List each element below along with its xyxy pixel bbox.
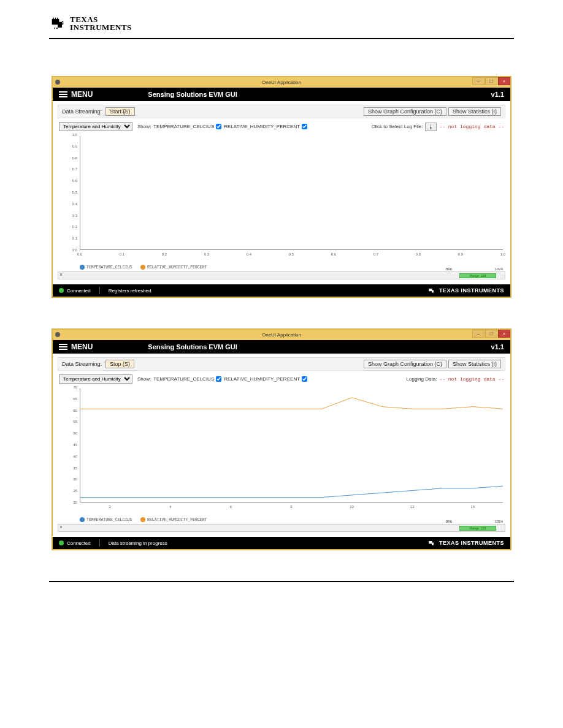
- statusbar: Connected Data streaming in progress TEX…: [53, 537, 510, 549]
- show-statistics-button[interactable]: Show Statistics (I): [448, 107, 501, 116]
- logging-data-label: Logging Data:: [407, 376, 437, 382]
- series2-label: RELATIVE_HUMIDITY_PERCENT: [224, 124, 300, 129]
- range-bar[interactable]: 0 896 1024 Range: 128: [58, 271, 505, 279]
- legend-dot-humidity-icon: [140, 265, 145, 270]
- log-file-label: Click to Select Log File:: [372, 124, 423, 129]
- app-title: Sensing Solutions EVM GUI: [148, 91, 237, 98]
- range-bar[interactable]: 0 896 1024 Range: 128: [58, 524, 505, 532]
- legend-dot-temperature-icon: [80, 265, 85, 270]
- series1-label: TEMPERATURE_CELCIUS: [153, 376, 214, 382]
- app-title: Sensing Solutions EVM GUI: [148, 343, 237, 351]
- legend1-text: TEMPERATURE_CELCIUS: [86, 265, 132, 270]
- status-message: Registers refreshed.: [109, 288, 153, 294]
- range-num-1024: 1024: [495, 520, 503, 523]
- series1-checkbox[interactable]: [216, 124, 221, 129]
- close-button[interactable]: ×: [498, 77, 510, 85]
- titlebar-app-icon: [55, 80, 60, 85]
- page-header-logo: TEXAS INSTRUMENTS: [49, 15, 514, 32]
- graph-type-select[interactable]: Temperature and Humidity: [59, 122, 132, 131]
- toolbar-row: Data Streaming: Start (S) ☟ Show Graph C…: [58, 105, 505, 118]
- chart-legend: TEMPERATURE_CELCIUS RELATIVE_HUMIDITY_PE…: [58, 265, 505, 270]
- footer-logo: TEXAS INSTRUMENTS: [427, 286, 504, 295]
- legend-dot-temperature-icon: [80, 517, 85, 522]
- menu-label[interactable]: MENU: [71, 90, 93, 99]
- data-streaming-label: Data Streaming:: [62, 108, 102, 115]
- titlebar-text: OneUI Application: [262, 332, 301, 338]
- select-log-file-button[interactable]: ⭳: [425, 123, 437, 131]
- brand-bottom: INSTRUMENTS: [70, 23, 132, 31]
- ti-chip-icon: [49, 15, 66, 32]
- data-streaming-label: Data Streaming:: [62, 361, 102, 367]
- connected-indicator-icon: [59, 540, 64, 545]
- upload-icon: ⭳: [428, 124, 434, 130]
- cursor-hand-icon: ☟: [121, 108, 126, 116]
- menu-label[interactable]: MENU: [71, 343, 93, 351]
- minimize-button[interactable]: –: [472, 77, 484, 85]
- maximize-button[interactable]: □: [485, 77, 497, 85]
- series2-checkbox[interactable]: [302, 124, 307, 129]
- range-handle[interactable]: Range: 128: [459, 526, 496, 531]
- series1-checkbox[interactable]: [216, 376, 221, 382]
- app-window-2: OneUI Application – □ × MENU Sensing Sol…: [52, 328, 511, 550]
- not-logging-text: -- not logging data --: [439, 124, 504, 129]
- range-handle[interactable]: Range: 128: [459, 273, 496, 278]
- header-rule: [49, 38, 514, 39]
- ti-chip-icon: [427, 539, 436, 547]
- toolbar-row: Data Streaming: Stop (S) Show Graph Conf…: [58, 357, 505, 371]
- app-window-1: OneUI Application – □ × MENU Sensing Sol…: [52, 76, 511, 298]
- chart-1: 0.00.10.20.30.40.50.60.70.80.91.0 0.00.1…: [58, 135, 505, 264]
- legend2-text: RELATIVE_HUMIDITY_PERCENT: [147, 265, 207, 270]
- version-label: v1.1: [491, 343, 504, 351]
- chart-2: 2025303540455055606570 2468101214: [58, 387, 505, 516]
- range-num-896: 896: [446, 267, 452, 271]
- range-num-1024: 1024: [495, 267, 503, 271]
- options-row: Temperature and Humidity Show: TEMPERATU…: [58, 371, 505, 385]
- titlebar-text: OneUI Application: [262, 80, 301, 85]
- range-num-896: 896: [446, 520, 452, 523]
- series2-label: RELATIVE_HUMIDITY_PERCENT: [224, 376, 300, 382]
- footer-logo: TEXAS INSTRUMENTS: [427, 539, 504, 547]
- status-connected: Connected: [67, 540, 91, 546]
- series2-checkbox[interactable]: [302, 376, 307, 382]
- status-message: Data streaming in progress: [109, 540, 167, 546]
- titlebar[interactable]: OneUI Application – □ ×: [53, 330, 510, 340]
- footer-rule: [49, 581, 514, 582]
- show-label: Show:: [137, 376, 151, 382]
- legend1-text: TEMPERATURE_CELCIUS: [86, 518, 132, 522]
- menubar: MENU Sensing Solutions EVM GUI v1.1: [53, 88, 510, 101]
- legend2-text: RELATIVE_HUMIDITY_PERCENT: [147, 518, 207, 522]
- hamburger-icon[interactable]: [59, 344, 67, 350]
- show-graph-config-button[interactable]: Show Graph Configuration (C): [364, 107, 446, 116]
- minimize-button[interactable]: –: [472, 330, 484, 338]
- range-left: 0: [60, 273, 62, 276]
- range-left: 0: [60, 525, 62, 529]
- not-logging-text: -- not logging data --: [439, 376, 504, 382]
- status-connected: Connected: [67, 288, 91, 294]
- stream-start-button[interactable]: Start (S): [105, 107, 135, 116]
- chart-legend: TEMPERATURE_CELCIUS RELATIVE_HUMIDITY_PE…: [58, 517, 505, 522]
- statusbar: Connected Registers refreshed. TEXAS INS…: [53, 284, 510, 297]
- stream-stop-button[interactable]: Stop (S): [105, 360, 134, 368]
- show-label: Show:: [137, 124, 151, 129]
- options-row: Temperature and Humidity Show: TEMPERATU…: [58, 118, 505, 132]
- legend-dot-humidity-icon: [140, 517, 145, 522]
- menubar: MENU Sensing Solutions EVM GUI v1.1: [53, 340, 510, 354]
- show-graph-config-button[interactable]: Show Graph Configuration (C): [364, 360, 446, 368]
- series1-label: TEMPERATURE_CELCIUS: [153, 124, 214, 129]
- titlebar[interactable]: OneUI Application – □ ×: [53, 77, 510, 88]
- ti-chip-icon: [427, 286, 436, 295]
- show-statistics-button[interactable]: Show Statistics (I): [448, 360, 501, 368]
- maximize-button[interactable]: □: [485, 330, 497, 338]
- graph-type-select[interactable]: Temperature and Humidity: [59, 374, 132, 384]
- version-label: v1.1: [491, 91, 504, 98]
- connected-indicator-icon: [59, 288, 64, 293]
- titlebar-app-icon: [55, 332, 60, 337]
- close-button[interactable]: ×: [498, 330, 510, 338]
- hamburger-icon[interactable]: [59, 91, 67, 97]
